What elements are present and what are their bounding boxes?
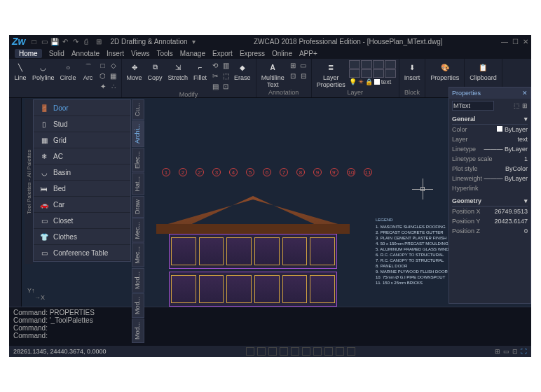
clipboard-button[interactable]: 📋Clipboard xyxy=(467,60,499,82)
draw-small-icon[interactable]: ∴ xyxy=(109,81,118,91)
workspace-name[interactable]: 2D Drafting & Annotation xyxy=(110,38,187,46)
property-value[interactable]: ——— ByLayer xyxy=(484,175,528,182)
layer-btn[interactable] xyxy=(349,69,360,78)
modify-small-icon[interactable]: ✂ xyxy=(210,71,220,80)
layer-btn[interactable] xyxy=(361,60,372,69)
draw-small-icon[interactable]: □ xyxy=(98,60,108,70)
undo-icon[interactable]: ↶ xyxy=(61,37,69,46)
draw-small-icon[interactable]: ✦ xyxy=(98,81,108,91)
erase-button[interactable]: ◆Erase xyxy=(232,60,253,82)
status-toggle[interactable] xyxy=(291,347,299,356)
mtext-button[interactable]: AMultiline Text xyxy=(259,60,287,89)
property-value[interactable]: 26749.9513 xyxy=(494,208,528,215)
palette-item[interactable]: ▭Conference Table xyxy=(34,245,130,261)
property-value[interactable]: ByColor xyxy=(505,165,528,172)
palette-item[interactable]: ▯Stud xyxy=(34,116,130,132)
property-row[interactable]: Position X26749.9513 xyxy=(452,206,528,216)
palette-vtab[interactable]: Mec... xyxy=(132,243,144,267)
layer-sun-icon[interactable]: ☀ xyxy=(358,78,364,85)
property-value[interactable]: ByLayer xyxy=(497,126,528,133)
layer-btn[interactable] xyxy=(385,69,396,78)
draw-small-icon[interactable]: ⬡ xyxy=(98,71,108,80)
fillet-button[interactable]: ⌐Fillet xyxy=(191,60,209,82)
status-toggle[interactable] xyxy=(246,347,254,356)
annot-small-icon[interactable]: ▭ xyxy=(299,60,308,70)
status-right-icon[interactable]: ⊡ xyxy=(512,348,518,355)
tab-insert[interactable]: Insert xyxy=(107,50,124,57)
tab-solid[interactable]: Solid xyxy=(49,50,64,57)
property-value[interactable]: text xyxy=(517,136,528,143)
palette-item[interactable]: 👕Clothes xyxy=(34,229,130,245)
property-row[interactable]: Plot styleByColor xyxy=(452,164,528,174)
tab-export[interactable]: Export xyxy=(212,50,233,57)
minimize-icon[interactable]: — xyxy=(501,38,508,46)
line-button[interactable]: ╲Line xyxy=(12,60,29,82)
layer-btn[interactable] xyxy=(373,69,384,78)
property-value[interactable]: 1 xyxy=(524,155,528,162)
palette-vtab[interactable]: Hat... xyxy=(132,173,144,195)
status-toggle[interactable] xyxy=(268,347,277,356)
fullscreen-icon[interactable]: ⛶ xyxy=(521,348,527,355)
palette-vtab[interactable]: Mod... xyxy=(132,293,144,318)
maximize-icon[interactable]: ☐ xyxy=(512,38,519,46)
stretch-button[interactable]: ⇲Stretch xyxy=(166,60,191,82)
palette-vtab[interactable]: Cu... xyxy=(132,99,144,120)
palette-vtab[interactable]: Mec... xyxy=(132,218,144,243)
status-toggle[interactable] xyxy=(280,347,288,356)
property-row[interactable]: Linetype scale1 xyxy=(452,154,528,164)
redo-icon[interactable]: ↷ xyxy=(71,37,80,46)
palette-item[interactable]: 🛏Bed xyxy=(34,181,130,197)
palette-vtab[interactable]: Mod... xyxy=(132,268,144,293)
palette-vtab[interactable]: Elec... xyxy=(132,148,144,172)
move-button[interactable]: ✥Move xyxy=(125,60,144,82)
properties-button[interactable]: 🎨Properties xyxy=(428,60,461,82)
collapse-icon[interactable]: ▾ xyxy=(524,115,528,122)
copy-button[interactable]: ⧉Copy xyxy=(146,60,165,82)
modify-small-icon[interactable]: ▤ xyxy=(210,81,220,91)
property-row[interactable]: Hyperlink xyxy=(452,183,528,193)
status-toggle[interactable] xyxy=(257,347,266,356)
property-row[interactable]: Linetype——— ByLayer xyxy=(452,144,528,154)
property-row[interactable]: Position Y20423.6147 xyxy=(452,216,528,226)
palette-item[interactable]: ▭Closet xyxy=(34,213,130,229)
tab-manage[interactable]: Manage xyxy=(180,50,205,57)
draw-small-icon[interactable]: ◇ xyxy=(109,60,118,70)
circle-button[interactable]: ○Circle xyxy=(58,60,78,82)
property-row[interactable]: ColorByLayer xyxy=(452,125,528,134)
annot-small-icon[interactable]: ⊟ xyxy=(299,71,308,80)
annot-small-icon[interactable]: ⊡ xyxy=(288,71,298,80)
palette-vtab[interactable]: Mod... xyxy=(132,318,144,343)
layer-lock-icon[interactable]: 🔒 xyxy=(365,78,373,85)
quickselect-icon[interactable]: ⬚ ⊞ xyxy=(514,102,528,109)
close-icon[interactable]: ✕ xyxy=(523,38,528,46)
workspace-dropdown-icon[interactable]: ▾ xyxy=(192,38,196,46)
panel-close-icon[interactable]: ✕ xyxy=(522,90,528,97)
selection-type-input[interactable] xyxy=(452,101,494,111)
modify-small-icon[interactable]: ⟲ xyxy=(210,60,220,70)
arc-button[interactable]: ⌒Arc xyxy=(80,60,97,82)
status-toggle[interactable] xyxy=(313,347,322,356)
open-icon[interactable]: ▭ xyxy=(40,37,48,46)
modify-small-icon[interactable]: ⬚ xyxy=(221,71,231,80)
command-line[interactable]: Command: PROPERTIES Command: '_ToolPalet… xyxy=(9,307,531,346)
layer-color-swatch[interactable] xyxy=(374,79,380,85)
section-general[interactable]: General xyxy=(452,115,476,122)
tab-online[interactable]: Online xyxy=(272,50,292,57)
save-icon[interactable]: 💾 xyxy=(50,37,59,46)
tab-app[interactable]: APP+ xyxy=(299,50,317,57)
tab-views[interactable]: Views xyxy=(131,50,150,57)
polyline-button[interactable]: ◡Polyline xyxy=(30,60,57,82)
modify-small-icon[interactable]: ▥ xyxy=(221,60,231,70)
property-row[interactable]: Layertext xyxy=(452,134,528,144)
new-icon[interactable]: □ xyxy=(29,37,38,46)
property-row[interactable]: Lineweight——— ByLayer xyxy=(452,174,528,183)
tab-home[interactable]: Home xyxy=(15,49,42,58)
status-toggle[interactable] xyxy=(347,347,355,356)
tab-express[interactable]: Express xyxy=(240,50,265,57)
layer-btn[interactable] xyxy=(361,69,372,78)
palette-item[interactable]: 🚪Door xyxy=(34,100,130,116)
layer-btn[interactable] xyxy=(385,60,396,69)
layer-btn[interactable] xyxy=(349,60,360,69)
palette-vtab[interactable]: Archi... xyxy=(132,120,144,147)
status-toggle[interactable] xyxy=(324,347,333,356)
